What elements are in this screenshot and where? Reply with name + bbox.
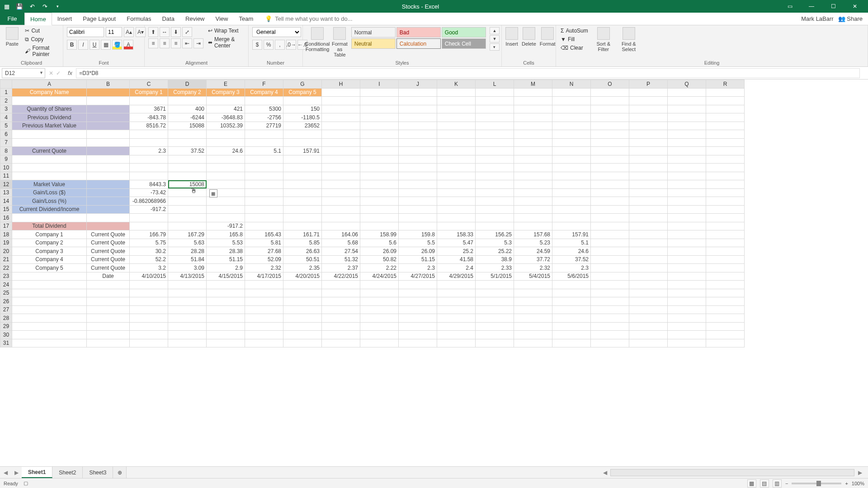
cell-N6[interactable] [552,130,591,139]
cell-N25[interactable] [552,289,591,297]
cell-Q13[interactable] [668,188,706,197]
cell-H6[interactable] [322,130,360,139]
cell-J25[interactable] [399,289,437,297]
cell-B22[interactable]: Current Quote [87,264,130,272]
redo-icon[interactable]: ↷ [41,2,49,10]
cell-N15[interactable] [552,205,591,214]
sheet-nav-prev-icon[interactable]: ◀ [0,467,11,478]
cell-P28[interactable] [629,314,668,323]
row-header-16[interactable]: 16 [0,214,12,222]
row-header-9[interactable]: 9 [0,155,12,164]
cell-Q16[interactable] [668,214,706,222]
delete-cells-button[interactable]: Delete [522,27,536,47]
cell-F2[interactable] [245,97,283,105]
cell-G14[interactable] [283,197,322,206]
cell-M29[interactable] [514,322,552,331]
row-header-1[interactable]: 1 [0,88,12,97]
cell-B29[interactable] [87,322,130,331]
cell-D22[interactable]: 3.09 [168,264,207,272]
cell-G22[interactable]: 2.35 [283,264,322,272]
cell-N31[interactable] [552,339,591,347]
cell-M19[interactable]: 5.23 [514,239,552,247]
cell-G4[interactable]: -1180.5 [283,113,322,122]
cell-Q15[interactable] [668,205,706,214]
cell-K5[interactable] [437,122,476,130]
cell-K8[interactable] [437,147,476,155]
cell-E4[interactable]: -3648.83 [207,113,245,122]
cell-D14[interactable] [168,197,207,206]
row-header-26[interactable]: 26 [0,297,12,306]
cell-A12[interactable]: Market Value [12,180,87,189]
align-middle-icon[interactable]: ↔ [160,27,170,37]
cell-K12[interactable] [437,180,476,189]
cell-Q30[interactable] [668,331,706,339]
cell-K26[interactable] [437,297,476,306]
cell-C6[interactable] [130,130,168,139]
cell-K27[interactable] [437,305,476,314]
cell-F17[interactable] [245,222,283,230]
cell-A23[interactable] [12,272,87,281]
cell-F21[interactable]: 52.09 [245,255,283,264]
cell-E24[interactable] [207,281,245,289]
cell-P19[interactable] [629,239,668,247]
cell-G19[interactable]: 5.85 [283,239,322,247]
row-header-22[interactable]: 22 [0,264,12,272]
cut-button[interactable]: ✂Cut [24,27,59,34]
cell-O29[interactable] [591,322,629,331]
cell-C9[interactable] [130,155,168,164]
cell-I14[interactable] [360,197,399,206]
cell-Q31[interactable] [668,339,706,347]
cell-O25[interactable] [591,289,629,297]
cell-D29[interactable] [168,322,207,331]
cell-M5[interactable] [514,122,552,130]
col-header-O[interactable]: O [591,80,629,89]
close-icon[interactable]: ✕ [844,0,865,13]
cell-I15[interactable] [360,205,399,214]
cell-E31[interactable] [207,339,245,347]
underline-button[interactable]: U [90,40,99,50]
cell-G12[interactable] [283,180,322,189]
decrease-indent-icon[interactable]: ⇤ [182,38,192,48]
cell-P3[interactable] [629,105,668,113]
cell-D16[interactable] [168,214,207,222]
cell-H7[interactable] [322,138,360,147]
cell-N9[interactable] [552,155,591,164]
cell-P25[interactable] [629,289,668,297]
cell-K2[interactable] [437,97,476,105]
cell-E7[interactable] [207,138,245,147]
cell-K9[interactable] [437,155,476,164]
cell-H16[interactable] [322,214,360,222]
cell-B14[interactable] [87,197,130,206]
cell-J9[interactable] [399,155,437,164]
cell-Q8[interactable] [668,147,706,155]
formula-input[interactable]: =D3*D8 [76,68,860,78]
cell-D12[interactable]: 15008 [168,180,207,189]
row-header-11[interactable]: 11 [0,172,12,180]
cell-F5[interactable]: 27719 [245,122,283,130]
cell-D20[interactable]: 28.28 [168,247,207,256]
cell-R20[interactable] [706,247,745,256]
merge-center-button[interactable]: ⬌Merge & Center [207,36,245,49]
cell-G30[interactable] [283,331,322,339]
cell-H14[interactable] [322,197,360,206]
cell-E17[interactable]: -917.2 [207,222,245,230]
cell-B9[interactable] [87,155,130,164]
cell-M23[interactable]: 5/4/2015 [514,272,552,281]
cell-R31[interactable] [706,339,745,347]
cell-E3[interactable]: 421 [207,105,245,113]
cell-E25[interactable] [207,289,245,297]
align-bottom-icon[interactable]: ⬇ [171,27,181,37]
cell-I1[interactable] [360,88,399,97]
cell-O8[interactable] [591,147,629,155]
cell-C1[interactable]: Company 1 [130,88,168,97]
cell-D19[interactable]: 5.63 [168,239,207,247]
macro-record-icon[interactable]: ▢ [24,480,28,486]
cell-N28[interactable] [552,314,591,323]
cell-A9[interactable] [12,155,87,164]
cell-F7[interactable] [245,138,283,147]
cell-C31[interactable] [130,339,168,347]
cell-O11[interactable] [591,172,629,180]
cell-P22[interactable] [629,264,668,272]
cell-E5[interactable]: 10352.39 [207,122,245,130]
cell-H5[interactable] [322,122,360,130]
